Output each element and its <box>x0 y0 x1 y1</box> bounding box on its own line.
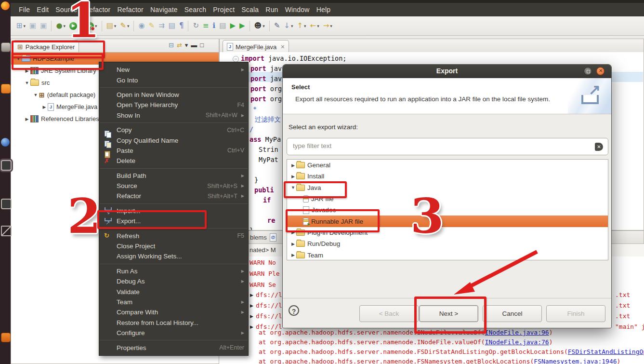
collapse-all-icon[interactable]: ⊟ <box>169 41 174 49</box>
dialog-maximize-icon[interactable] <box>584 67 592 75</box>
toolbar-forward-button[interactable]: →▾ <box>322 20 334 32</box>
context-item-compare-with[interactable]: Compare With▶ <box>99 307 248 317</box>
context-item-copy-qualified-name[interactable]: Copy Qualified Name <box>99 135 248 145</box>
toolbar-save-button[interactable]: ▣ <box>28 20 38 32</box>
context-item-configure[interactable]: Configure▶ <box>99 328 248 338</box>
menu-help[interactable]: Help <box>316 6 331 13</box>
toolbar-back-button[interactable]: ←▾ <box>309 20 321 32</box>
context-item-refactor[interactable]: RefactorShift+Alt+T▶ <box>99 191 248 201</box>
toolbar-new-wizard-button[interactable]: ⊞▾ <box>15 20 27 32</box>
menu-file[interactable]: File <box>19 6 30 13</box>
dialog-titlebar[interactable]: Export <box>283 65 611 78</box>
help-button[interactable]: ? <box>289 305 299 316</box>
stacktrace-link[interactable]: FSDirStatAndListingOp.java <box>568 348 644 355</box>
close-tab-icon[interactable]: ✕ <box>280 44 285 50</box>
menu-navigate[interactable]: Navigate <box>150 6 178 13</box>
wizard-item-jar-file[interactable]: JAR file <box>287 193 608 204</box>
tab-mergefile-java[interactable]: J MergeFile.java ✕ <box>223 40 289 53</box>
twistie-icon[interactable]: ▶ <box>290 230 296 235</box>
context-item-debug-as[interactable]: Debug As▶ <box>99 276 248 286</box>
toolbar-info-button[interactable]: ℹ <box>211 20 217 32</box>
toolbar-run-report-2-button[interactable]: ▶ <box>238 20 247 32</box>
menu-edit[interactable]: Edit <box>37 6 49 13</box>
terminal-icon[interactable] <box>1 160 12 171</box>
link-with-editor-icon[interactable]: ⇄ <box>177 41 182 49</box>
menu-run[interactable]: Run <box>265 6 278 13</box>
twistie-icon[interactable]: ▼ <box>290 185 296 190</box>
menu-refactor[interactable]: Refactor <box>117 6 144 13</box>
twistie-icon[interactable]: ▶ <box>24 68 30 73</box>
stacktrace-link[interactable]: INodeFile.java:96 <box>485 329 549 336</box>
context-item-build-path[interactable]: Build Path▶ <box>99 171 248 181</box>
stack-expand-icon[interactable]: ▶ <box>250 303 253 308</box>
stack-expand-icon[interactable]: ▶ <box>250 314 253 319</box>
stacktrace-link[interactable]: INodeFile.java:76 <box>485 338 549 346</box>
toolbar-compare-docs-button[interactable]: ⇉ <box>157 20 166 32</box>
toolbar-table-view-button[interactable]: ▤ <box>167 20 177 32</box>
context-item-show-in[interactable]: Show InShift+Alt+W▶ <box>99 110 248 121</box>
toolbar-synchronize-button[interactable]: ↻ <box>191 20 200 32</box>
javadoc-tab-icon[interactable]: @ <box>270 233 276 242</box>
context-item-export[interactable]: Export... <box>99 216 248 226</box>
wireframe-cone-icon[interactable] <box>1 226 12 236</box>
twistie-icon[interactable]: ▶ <box>290 174 296 179</box>
toolbar-annotate-button[interactable]: ✎ <box>273 20 282 32</box>
context-item-paste[interactable]: PasteCtrl+V <box>99 146 248 156</box>
wizard-item-runnable-jar-file[interactable]: Runnable JAR file <box>287 216 608 227</box>
context-item-assign-working-sets[interactable]: Assign Working Sets... <box>99 251 248 261</box>
firefox-icon[interactable] <box>1 1 10 10</box>
filter-input[interactable] <box>292 142 583 150</box>
menu-window[interactable]: Window <box>285 6 310 13</box>
twistie-icon[interactable]: ▶ <box>290 242 296 246</box>
menu-refactor[interactable]: Refactor <box>84 6 111 13</box>
toolbar-promote-up-button[interactable]: ↑▾ <box>295 20 307 32</box>
next-button[interactable]: Next > <box>419 305 478 322</box>
context-item-go-into[interactable]: Go Into <box>99 75 248 85</box>
toolbar-mark-occurrences-button[interactable]: ✎ <box>147 20 157 32</box>
globe-icon[interactable] <box>1 138 10 147</box>
back-button[interactable]: < Back <box>359 305 419 322</box>
wizard-item-run-debug[interactable]: ▶Run/Debug <box>287 238 608 249</box>
tab-package-explorer[interactable]: ⊞ Package Explorer <box>13 40 79 53</box>
twistie-icon[interactable]: ▼ <box>32 93 39 97</box>
minimize-icon[interactable]: ▬ <box>191 41 197 49</box>
toolbar-fetch-down-button[interactable]: ↓▾ <box>282 20 294 32</box>
toolbar-coverage-button[interactable]: ≡ <box>201 20 210 32</box>
wizard-item-java[interactable]: ▼Java <box>287 182 608 193</box>
context-item-new[interactable]: New▶ <box>99 65 248 75</box>
stack-expand-icon[interactable]: ▶ <box>250 293 253 297</box>
wizard-item-javadoc[interactable]: Javadoc <box>287 204 608 216</box>
context-item-source[interactable]: SourceShift+Alt+S▶ <box>99 181 248 191</box>
context-item-team[interactable]: Team▶ <box>99 297 248 307</box>
toolbar-show-whitespace-button[interactable]: ¶ <box>178 20 185 32</box>
menu-scala[interactable]: Scala <box>241 6 259 13</box>
context-item-close-project[interactable]: Close Project <box>99 241 248 251</box>
terminal-2-icon[interactable] <box>1 199 12 209</box>
twistie-icon[interactable]: ▼ <box>24 81 30 85</box>
menu-source[interactable]: Source <box>55 6 78 13</box>
menu-project[interactable]: Project <box>213 6 235 13</box>
cancel-button[interactable]: Cancel <box>483 305 542 322</box>
toolbar-debug-button[interactable]: ●▾ <box>54 20 67 32</box>
context-item-open-type-hierarchy[interactable]: Open Type HierarchyF4 <box>99 100 248 110</box>
view-menu-icon[interactable]: ▾ <box>185 41 188 49</box>
toolbar-save-all-button[interactable]: ▣ <box>39 20 48 32</box>
stacktrace-link[interactable]: FSNamesystem.java:1946 <box>534 358 617 364</box>
toolbar-outline-button[interactable]: ▤ <box>218 20 227 32</box>
twistie-icon[interactable]: ▶ <box>41 105 48 109</box>
wizard-item-general[interactable]: ▶General <box>287 160 608 171</box>
file-cabinet-icon[interactable] <box>1 42 11 52</box>
menu-search[interactable]: Search <box>184 6 207 13</box>
toolbar-user-profile-button[interactable]: ☻▾ <box>253 20 266 32</box>
clear-filter-icon[interactable]: ✕ <box>595 143 603 151</box>
wizard-item-plug-in-development[interactable]: ▶Plug-in Development <box>287 227 608 238</box>
context-item-copy[interactable]: CopyCtrl+C <box>99 125 248 135</box>
toolbar-run-report-button[interactable]: ▶ <box>229 20 237 32</box>
context-item-validate[interactable]: Validate <box>99 286 248 297</box>
toolbar-run-history-button[interactable]: ▶▾ <box>85 20 99 32</box>
toolbar-highlighter-button[interactable]: ✎▾ <box>118 20 131 32</box>
context-item-open-in-new-window[interactable]: Open in New Window <box>99 90 248 100</box>
context-item-run-as[interactable]: Run As▶ <box>99 266 248 276</box>
files-folder-icon[interactable] <box>1 84 11 94</box>
twistie-icon[interactable]: ▶ <box>290 253 296 257</box>
